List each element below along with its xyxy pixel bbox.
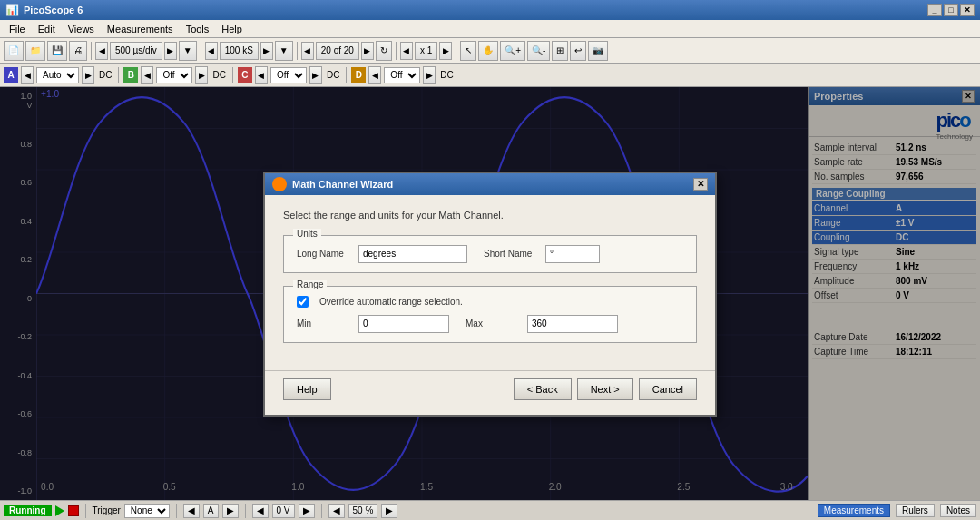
minimize-button[interactable]: _	[927, 4, 942, 16]
dialog-footer: Help < Back Next > Cancel	[265, 370, 715, 415]
chb-next[interactable]: ▶	[195, 66, 208, 84]
chb-prev[interactable]: ◀	[141, 66, 153, 84]
toolbar-open-btn[interactable]: 📁	[25, 41, 45, 61]
menu-views[interactable]: Views	[63, 22, 100, 36]
toolbar-sep-2	[201, 42, 201, 60]
status-volt-next[interactable]: ▶	[299, 504, 315, 518]
menu-file[interactable]: File	[4, 22, 31, 36]
toolbar: 📄 📁 💾 🖨 ◀ 500 µs/div ▶ ▼ ◀ 100 kS ▶ ▼ ◀ …	[0, 38, 980, 64]
channel-bar: A ◀ Auto ▶ DC B ◀ Off ▶ DC C ◀ Off ▶ DC …	[0, 64, 980, 87]
cursor-btn[interactable]: ↖	[460, 41, 476, 61]
capture-prev[interactable]: ◀	[301, 42, 314, 60]
dialog-min-label: Min	[297, 319, 351, 329]
capture-refresh[interactable]: ↻	[376, 41, 392, 61]
hand-btn[interactable]: ✋	[478, 41, 498, 61]
samplerate-next[interactable]: ▶	[260, 42, 273, 60]
tab-notes[interactable]: Notes	[940, 504, 976, 517]
capture-next[interactable]: ▶	[361, 42, 374, 60]
status-pct-label: 50 %	[348, 504, 378, 518]
title-bar: 📊 PicoScope 6 _ □ ✕	[0, 0, 980, 20]
zoom-out-btn[interactable]: 🔍-	[527, 41, 550, 61]
dialog-min-input[interactable]	[358, 315, 449, 333]
dialog-help-btn[interactable]: Help	[283, 378, 331, 400]
menu-edit[interactable]: Edit	[33, 22, 61, 36]
menu-help[interactable]: Help	[216, 22, 248, 36]
play-button[interactable]	[55, 505, 64, 516]
tab-rulers[interactable]: Rulers	[896, 504, 935, 517]
chb-range-select[interactable]: Off	[156, 67, 192, 83]
zoom-prev[interactable]: ◀	[400, 42, 413, 60]
screenshot-btn[interactable]: 📷	[588, 41, 608, 61]
app-title: PicoScope 6	[24, 5, 83, 15]
cha-range-select[interactable]: Auto	[36, 67, 79, 83]
toolbar-sep-4	[396, 42, 397, 60]
samplerate-prev[interactable]: ◀	[205, 42, 218, 60]
dialog-shortname-input[interactable]	[545, 245, 600, 263]
status-pct-next[interactable]: ▶	[381, 504, 397, 518]
toolbar-print-btn[interactable]: 🖨	[69, 41, 87, 61]
dialog-body: Select the range and units for your Math…	[265, 195, 715, 370]
dialog-override-checkbox[interactable]	[297, 296, 309, 308]
menu-tools[interactable]: Tools	[181, 22, 215, 36]
ch-sep-2	[232, 67, 233, 83]
trigger-select[interactable]: None	[124, 504, 170, 518]
status-volt-label: 0 V	[272, 504, 295, 518]
dialog-range-label: Range	[293, 280, 327, 289]
status-arrow-right[interactable]: ▶	[222, 504, 239, 518]
chc-prev[interactable]: ◀	[255, 66, 268, 84]
dialog-next-btn[interactable]: Next >	[577, 378, 633, 400]
toolbar-save-btn[interactable]: 💾	[47, 41, 67, 61]
dialog-max-input[interactable]	[527, 315, 618, 333]
title-bar-left: 📊 PicoScope 6	[5, 4, 83, 16]
toolbar-new-btn[interactable]: 📄	[4, 41, 24, 61]
dialog-longname-label: Long Name	[297, 249, 351, 259]
dialog-longname-input[interactable]	[358, 245, 467, 263]
toolbar-sep-3	[297, 42, 298, 60]
dialog-max-label: Max	[466, 319, 520, 329]
samplerate-dropdown[interactable]: ▼	[275, 41, 293, 61]
dialog-cancel-btn[interactable]: Cancel	[639, 378, 697, 400]
maximize-button[interactable]: □	[944, 4, 958, 16]
dialog-title-bar: Math Channel Wizard ✕	[265, 173, 715, 195]
close-button[interactable]: ✕	[960, 4, 975, 16]
timediv-next[interactable]: ▶	[164, 42, 177, 60]
chd-range-select[interactable]: Off	[384, 67, 420, 83]
timediv-dropdown[interactable]: ▼	[179, 41, 197, 61]
cha-next[interactable]: ▶	[82, 66, 94, 84]
status-channel-btn[interactable]: A	[203, 504, 219, 518]
running-label: Running	[4, 505, 52, 516]
chb-dc-label: DC	[211, 70, 227, 80]
ch-sep-1	[118, 67, 119, 83]
chd-next[interactable]: ▶	[423, 66, 436, 84]
chc-range-select[interactable]: Off	[270, 67, 307, 83]
channel-c-label[interactable]: C	[238, 67, 252, 83]
dialog-shortname-label: Short Name	[484, 249, 538, 259]
dialog-back-btn[interactable]: < Back	[514, 378, 572, 400]
dialog-override-row: Override automatic range selection.	[297, 296, 683, 308]
chd-prev[interactable]: ◀	[368, 66, 381, 84]
dialog-units-label: Units	[293, 229, 321, 239]
stop-button[interactable]	[68, 505, 79, 516]
timediv-prev[interactable]: ◀	[95, 42, 108, 60]
dialog-description: Select the range and units for your Math…	[283, 210, 697, 221]
dialog-icon	[272, 177, 287, 191]
tab-measurements[interactable]: Measurements	[818, 504, 890, 517]
cha-prev[interactable]: ◀	[21, 66, 34, 84]
dialog-close-btn[interactable]: ✕	[693, 178, 708, 191]
chc-next[interactable]: ▶	[309, 66, 322, 84]
samplerate-label: 100 kS	[220, 42, 259, 60]
zoom-next[interactable]: ▶	[439, 42, 452, 60]
channel-d-label[interactable]: D	[351, 67, 366, 83]
zoom-fit-btn[interactable]: ⊞	[552, 41, 568, 61]
channel-a-label[interactable]: A	[4, 67, 18, 83]
channel-b-label[interactable]: B	[123, 67, 138, 83]
dialog-override-label: Override automatic range selection.	[319, 297, 463, 307]
zoom-in-btn[interactable]: 🔍+	[500, 41, 525, 61]
status-arrow-left[interactable]: ◀	[183, 504, 200, 518]
undo-btn[interactable]: ↩	[570, 41, 586, 61]
status-pct-prev[interactable]: ◀	[328, 504, 345, 518]
menu-measurements[interactable]: Measurements	[102, 22, 179, 36]
status-sep-3	[245, 504, 246, 518]
tab-rulers-label: Rulers	[902, 505, 928, 515]
status-volt-prev[interactable]: ◀	[252, 504, 269, 518]
